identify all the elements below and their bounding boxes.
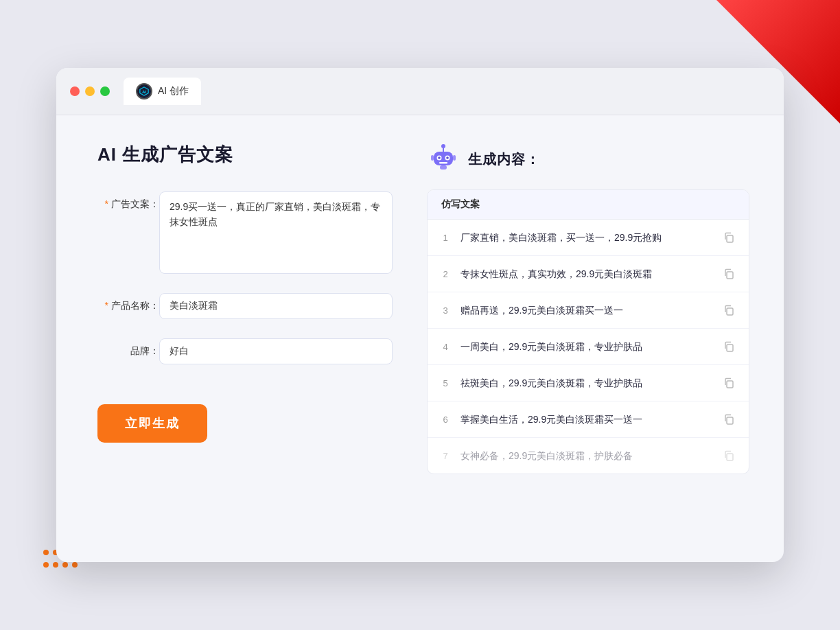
result-header: 生成内容： xyxy=(427,143,749,176)
form-group-product-name: *产品名称： xyxy=(97,293,393,319)
right-panel: 生成内容： 仿写文案 1 厂家直销，美白淡斑霜，买一送一，29.9元抢购 2 专… xyxy=(420,143,749,527)
form-group-brand: 品牌： xyxy=(97,338,393,364)
row-number: 1 xyxy=(439,233,452,243)
svg-rect-13 xyxy=(727,235,733,242)
traffic-light-maximize[interactable] xyxy=(100,86,110,96)
form-group-ad-copy: *广告文案： xyxy=(97,191,393,274)
page-title: AI 生成广告文案 xyxy=(97,143,393,167)
svg-rect-14 xyxy=(727,272,733,279)
tab-ai-creation[interactable]: AI AI 创作 xyxy=(124,78,201,105)
required-star-ad: * xyxy=(105,198,108,209)
copy-icon[interactable] xyxy=(720,374,738,392)
traffic-light-minimize[interactable] xyxy=(85,86,95,96)
robot-icon xyxy=(427,143,460,176)
results-rows-container: 1 厂家直销，美白淡斑霜，买一送一，29.9元抢购 2 专抹女性斑点，真实功效，… xyxy=(428,220,749,474)
row-number: 4 xyxy=(439,342,452,352)
copy-icon[interactable] xyxy=(720,301,738,319)
copy-icon[interactable] xyxy=(720,447,738,465)
product-name-input[interactable] xyxy=(159,293,393,319)
svg-text:AI: AI xyxy=(142,89,146,94)
brand-input[interactable] xyxy=(159,338,393,364)
result-title: 生成内容： xyxy=(468,150,540,169)
ad-copy-input[interactable] xyxy=(159,191,393,274)
table-row: 4 一周美白，29.9元美白淡斑霜，专业护肤品 xyxy=(428,329,749,365)
row-text: 一周美白，29.9元美白淡斑霜，专业护肤品 xyxy=(460,340,712,354)
ad-copy-label: *广告文案： xyxy=(97,191,159,211)
table-row: 3 赠品再送，29.9元美白淡斑霜买一送一 xyxy=(428,292,749,329)
left-panel: AI 生成广告文案 *广告文案： *产品名称： 品牌： 立即生成 xyxy=(97,143,393,527)
ai-icon: AI xyxy=(136,83,152,100)
table-row: 2 专抹女性斑点，真实功效，29.9元美白淡斑霜 xyxy=(428,256,749,292)
row-text: 专抹女性斑点，真实功效，29.9元美白淡斑霜 xyxy=(460,267,712,281)
svg-rect-12 xyxy=(453,155,456,161)
traffic-lights xyxy=(70,86,110,96)
svg-rect-18 xyxy=(727,417,733,424)
tab-label: AI 创作 xyxy=(158,85,189,97)
main-content: AI 生成广告文案 *广告文案： *产品名称： 品牌： 立即生成 xyxy=(56,115,784,555)
svg-point-2 xyxy=(441,144,445,148)
row-text: 赠品再送，29.9元美白淡斑霜买一送一 xyxy=(460,303,712,318)
svg-rect-16 xyxy=(727,345,733,351)
svg-rect-17 xyxy=(727,381,733,388)
required-star-product: * xyxy=(105,300,108,311)
table-row: 5 祛斑美白，29.9元美白淡斑霜，专业护肤品 xyxy=(428,365,749,401)
svg-point-8 xyxy=(446,156,449,159)
row-text: 女神必备，29.9元美白淡斑霜，护肤必备 xyxy=(460,449,712,463)
table-row: 7 女神必备，29.9元美白淡斑霜，护肤必备 xyxy=(428,438,749,474)
svg-rect-11 xyxy=(431,155,434,161)
row-number: 2 xyxy=(439,269,452,279)
results-table: 仿写文案 1 厂家直销，美白淡斑霜，买一送一，29.9元抢购 2 专抹女性斑点，… xyxy=(427,189,749,474)
row-number: 7 xyxy=(439,451,452,461)
row-text: 厂家直销，美白淡斑霜，买一送一，29.9元抢购 xyxy=(460,231,712,245)
title-bar: AI AI 创作 xyxy=(56,68,784,115)
svg-rect-19 xyxy=(727,454,733,460)
svg-rect-15 xyxy=(727,308,733,315)
traffic-light-close[interactable] xyxy=(70,86,80,96)
table-row: 6 掌握美白生活，29.9元美白淡斑霜买一送一 xyxy=(428,401,749,438)
copy-icon[interactable] xyxy=(720,338,738,355)
svg-rect-10 xyxy=(440,165,447,170)
copy-icon[interactable] xyxy=(720,265,738,283)
copy-icon[interactable] xyxy=(720,229,738,246)
row-number: 3 xyxy=(439,305,452,316)
row-text: 掌握美白生活，29.9元美白淡斑霜买一送一 xyxy=(460,412,712,427)
table-header: 仿写文案 xyxy=(428,190,749,220)
copy-icon[interactable] xyxy=(720,410,738,428)
product-name-label: *产品名称： xyxy=(97,293,159,312)
table-row: 1 厂家直销，美白淡斑霜，买一送一，29.9元抢购 xyxy=(428,220,749,256)
svg-rect-9 xyxy=(439,162,447,164)
brand-label: 品牌： xyxy=(97,338,159,358)
row-number: 6 xyxy=(439,415,452,425)
row-text: 祛斑美白，29.9元美白淡斑霜，专业护肤品 xyxy=(460,376,712,390)
browser-window: AI AI 创作 AI 生成广告文案 *广告文案： *产品名称： xyxy=(56,68,784,562)
row-number: 5 xyxy=(439,378,452,388)
svg-point-7 xyxy=(438,156,441,159)
generate-button[interactable]: 立即生成 xyxy=(97,404,207,443)
